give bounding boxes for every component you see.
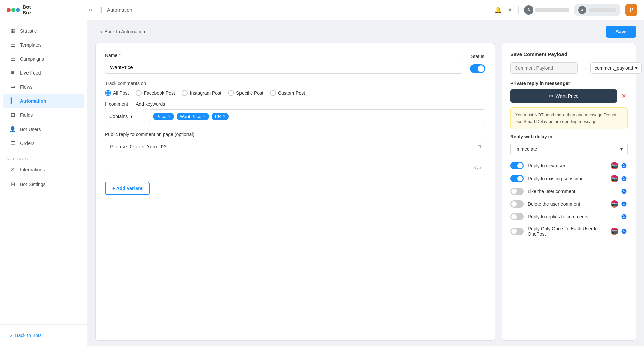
ig-icon-new-user: 📷 [611,162,618,169]
name-field: Name * [105,53,462,74]
toggle-existing[interactable] [510,175,524,182]
status-toggle[interactable] [470,64,485,73]
nav-toggle[interactable]: ‹‹ [86,6,95,13]
radio-custom-post[interactable]: Custom Post [270,90,305,96]
delete-social-icons: 📷 [611,200,628,208]
toggle-delete[interactable] [510,200,524,208]
orders-icon: ☰ [9,140,16,146]
code-icon[interactable]: </> [474,165,482,171]
sidebar-item-orders[interactable]: ☰ Orders [3,136,84,150]
back-to-bots-label: Back to Bots [15,333,42,338]
meta-icon-once [620,228,628,235]
name-status-row: Name * Status [105,53,485,74]
radio-specific-post[interactable]: Specific Post [228,90,263,96]
add-keywords-label: Add keywords [136,101,165,107]
toggle-like-label: Like the user comment [528,189,616,194]
toggle-delete-label: Delete the user comment [528,201,607,207]
name-input[interactable] [105,61,462,74]
name-label-text: Name [105,53,117,58]
delay-select[interactable]: Immediate ▾ [510,143,628,155]
notifications-icon[interactable]: 🔔 [494,6,502,14]
track-section: Track comments on All Post Facebook Post [105,81,485,96]
user-b-name: blurred [589,8,616,12]
form-panel: Name * Status [95,43,495,341]
sidebar-label-integrations: Integrations [20,167,45,172]
radio-instagram-post[interactable]: Instagram Post [182,90,221,96]
add-variant-btn[interactable]: + Add Variant [105,182,150,195]
panels-row: Name * Status [95,43,636,341]
keyword-tag-pr: PR × [212,113,229,120]
sidebar-item-campaigns[interactable]: ☰ Campaigns [3,52,84,66]
warning-text: You must NOT send more than one message … [515,112,616,124]
sidebar-item-automation[interactable]: ▎ Automation [3,94,84,108]
keyword-tag-want-price: Want Price × [177,113,209,120]
radio-all-post[interactable]: All Post [105,90,129,96]
user-p-avatar[interactable]: P [625,4,637,16]
toggle-row-delete: Delete the user comment 📷 [510,200,628,208]
sidebar-item-bot-settings[interactable]: ⊟ Bot Settings [3,177,84,191]
share-icon[interactable]: ✦ [507,6,513,14]
ig-icon-delete: 📷 [611,200,618,208]
delay-label: Reply with delay in [510,134,628,139]
toggle-row-new-user: Reply to new user 📷 [510,162,628,169]
private-reply-label: Private reply in messenger [510,81,628,86]
contains-dropdown[interactable]: Contains ▾ [105,111,145,122]
meta-icon-like [620,188,628,195]
toggle-existing-label: Reply to existing subscriber [528,176,607,181]
radio-circle-specific [228,90,234,96]
messenger-btn[interactable]: ✉ Want Price [510,89,617,103]
toggle-new-user[interactable] [510,162,524,169]
trash-icon[interactable]: 🗑 [477,143,482,149]
sidebar-item-statistic[interactable]: ▦ Statistic [3,24,84,38]
add-variant-label: + Add Variant [112,186,142,191]
once-social-icons: 📷 [611,228,628,235]
back-to-automation-label: Back to Automation [104,29,145,34]
textarea-icons: </> [474,165,482,171]
sidebar-item-templates[interactable]: ☰ Templates [3,38,84,52]
meta-icon-delete [620,200,628,208]
tag-pr-close[interactable]: × [223,114,225,119]
back-to-automation-btn[interactable]: ‹‹ Back to Automation [95,26,149,37]
automation-nav-icon: ▎ [9,98,16,104]
toggle-new-user-label: Reply to new user [528,163,607,168]
keyword-input-row: Contains ▾ Price × Want Price × [105,109,485,123]
arrow-icon: → [581,65,587,72]
topbar-automation: ▎ Automation [101,7,132,13]
sidebar-item-fields[interactable]: ⊞ Fields [3,108,84,122]
sidebar-item-flows[interactable]: ⇌ Flows [3,80,84,94]
user-account[interactable]: A blurred name [524,5,569,15]
radio-label-custom: Custom Post [278,90,305,96]
automation-icon: ▎ [101,7,104,13]
tag-want-price-close[interactable]: × [203,114,206,119]
sidebar-label-templates: Templates [20,42,42,48]
ig-icon-existing: 📷 [611,175,618,182]
sidebar-item-live-feed[interactable]: ≡ Live Feed [3,66,84,80]
keyword-tags-container[interactable]: Price × Want Price × PR × [149,109,485,123]
delay-chevron: ▾ [620,146,623,152]
toggle-replies[interactable] [510,213,524,220]
integrations-icon: ✕ [9,166,16,173]
back-arrow-icon: ‹‹ [99,29,102,34]
reply-textarea-wrap: 🗑 Please Check Your DM! </> [105,140,485,175]
existing-social-icons: 📷 [611,175,628,182]
user-profile-btn[interactable]: A blurred [574,4,620,16]
toggle-row-existing: Reply to existing subscriber 📷 [510,175,628,182]
messenger-remove-btn[interactable]: ✕ [620,91,628,101]
fields-icon: ⊞ [9,112,16,118]
sidebar-item-bot-users[interactable]: 👤 Bot Users [3,122,84,136]
track-label: Track comments on [105,81,485,86]
back-to-bots-btn[interactable]: ‹‹ Back to Bots [5,330,82,341]
tag-price-close[interactable]: × [168,114,171,119]
content-top-bar: ‹‹ Back to Automation Save [95,26,636,38]
toggle-once-label: Reply Only Once To Each User In OnePost [528,226,607,237]
sidebar-label-automation: Automation [20,98,46,104]
toggle-like[interactable] [510,188,524,195]
reply-textarea[interactable]: Please Check Your DM! [105,140,485,174]
sidebar-item-integrations[interactable]: ✕ Integrations [3,163,84,177]
payload-select[interactable]: comment_payload ▾ [590,62,642,74]
save-button[interactable]: Save [606,26,636,38]
toggle-once[interactable] [510,228,524,235]
meta-icon-replies [620,213,628,220]
payload-input[interactable] [510,62,578,74]
radio-facebook-post[interactable]: Facebook Post [136,90,175,96]
